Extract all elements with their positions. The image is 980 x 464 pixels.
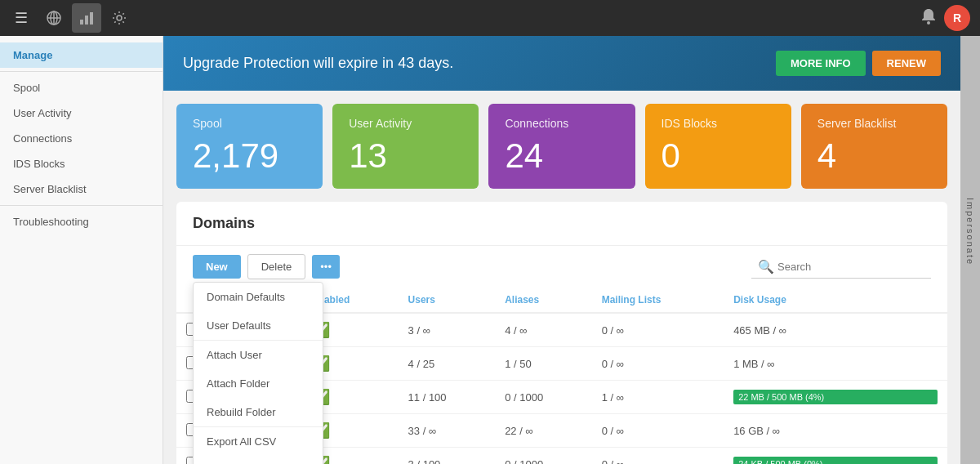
more-options-button[interactable]: ••• <box>312 255 340 279</box>
aliases-value: 1 / 50 <box>495 347 592 381</box>
connections-title: Connections <box>505 117 618 130</box>
search-icon: 🔍 <box>758 259 774 274</box>
aliases-value: 0 / 1000 <box>495 448 592 465</box>
dropdown-item-attach-user[interactable]: Attach User <box>194 341 323 369</box>
users-value: 3 / ∞ <box>399 313 496 347</box>
svg-rect-4 <box>80 20 83 25</box>
dropdown-item-attach-folder[interactable]: Attach Folder <box>194 369 323 398</box>
stat-card-spool[interactable]: Spool 2,179 <box>176 104 323 189</box>
dropdown-item-send-email[interactable]: Send Email <box>194 456 323 464</box>
users-value: 11 / 100 <box>399 381 496 414</box>
banner-text: Upgrade Protection will expire in 43 day… <box>183 55 453 72</box>
dropdown-item-rebuild-folder[interactable]: Rebuild Folder <box>194 398 323 426</box>
banner-buttons: MORE INFO RENEW <box>776 51 941 76</box>
spool-value: 2,179 <box>193 136 306 176</box>
stat-card-ids-blocks[interactable]: IDS Blocks 0 <box>645 104 791 189</box>
col-disk-usage: Disk Usage <box>724 288 947 313</box>
server-blacklist-title: Server Blacklist <box>817 117 931 130</box>
search-box[interactable]: 🔍 <box>751 256 931 279</box>
notification-button[interactable] <box>920 7 938 29</box>
stat-card-server-blacklist[interactable]: Server Blacklist 4 <box>801 104 947 189</box>
upgrade-banner: Upgrade Protection will expire in 43 day… <box>163 36 960 91</box>
sidebar-item-connections[interactable]: Connections <box>0 126 163 151</box>
mailing-lists-value: 0 / ∞ <box>592 347 724 381</box>
stat-cards: Spool 2,179 User Activity 13 Connections… <box>163 91 960 202</box>
sidebar-item-server-blacklist[interactable]: Server Blacklist <box>0 176 163 202</box>
svg-rect-6 <box>90 12 93 25</box>
dropdown-item-export-all-csv[interactable]: Export All CSV <box>194 427 323 456</box>
user-activity-title: User Activity <box>349 117 462 130</box>
delete-button[interactable]: Delete <box>247 254 306 279</box>
connections-value: 24 <box>505 136 618 176</box>
renew-button[interactable]: RENEW <box>872 51 941 76</box>
disk-bar: 24 KB / 500 MB (0%) <box>733 457 938 464</box>
search-input[interactable] <box>777 261 924 273</box>
new-button[interactable]: New <box>193 255 241 279</box>
impersonate-sidebar[interactable]: Impersonate <box>960 0 980 464</box>
topbar-left: ☰ <box>0 3 140 33</box>
disk-usage-cell: 24 KB / 500 MB (0%) <box>724 448 947 465</box>
dropdown-menu: Domain Defaults User Defaults Attach Use… <box>193 282 323 464</box>
sidebar-section-manage: Manage Spool User Activity Connections I… <box>0 36 163 241</box>
disk-bar: 22 MB / 500 MB (4%) <box>733 390 938 404</box>
mailing-lists-value: 0 / ∞ <box>592 313 724 347</box>
disk-usage-value: 1 MB / ∞ <box>724 347 947 381</box>
users-value: 4 / 25 <box>399 347 496 381</box>
domains-toolbar: New Delete ••• Domain Defaults User Defa… <box>176 246 947 288</box>
spool-title: Spool <box>193 117 306 130</box>
domains-panel: Domains New Delete ••• Domain Defaults U… <box>176 202 947 464</box>
users-value: 3 / 100 <box>399 448 496 465</box>
avatar[interactable]: R <box>944 5 970 31</box>
more-info-button[interactable]: MORE INFO <box>776 51 866 76</box>
main-content: Upgrade Protection will expire in 43 day… <box>163 0 960 464</box>
sidebar-item-troubleshooting[interactable]: Troubleshooting <box>0 209 163 234</box>
col-aliases: Aliases <box>495 288 592 313</box>
topbar: ☰ <box>0 0 980 36</box>
gear-icon[interactable] <box>105 3 134 33</box>
sidebar-item-spool[interactable]: Spool <box>0 75 163 100</box>
aliases-value: 0 / 1000 <box>495 381 592 414</box>
sidebar: Manage Spool User Activity Connections I… <box>0 0 163 464</box>
ids-blocks-value: 0 <box>662 136 775 176</box>
dropdown-item-user-defaults[interactable]: User Defaults <box>194 311 323 340</box>
menu-icon[interactable]: ☰ <box>7 3 36 33</box>
disk-usage-value: 16 GB / ∞ <box>724 414 947 448</box>
server-blacklist-value: 4 <box>817 136 931 176</box>
svg-point-8 <box>927 21 930 25</box>
ids-blocks-title: IDS Blocks <box>662 117 775 130</box>
sidebar-item-manage[interactable]: Manage <box>0 42 163 68</box>
dropdown-item-domain-defaults[interactable]: Domain Defaults <box>194 283 323 311</box>
disk-usage-value: 465 MB / ∞ <box>724 313 947 347</box>
users-value: 33 / ∞ <box>399 414 496 448</box>
domains-header: Domains <box>176 202 947 246</box>
globe-icon[interactable] <box>39 3 69 33</box>
svg-point-7 <box>117 16 122 20</box>
aliases-value: 4 / ∞ <box>495 313 592 347</box>
stat-card-connections[interactable]: Connections 24 <box>488 104 635 189</box>
disk-usage-cell: 22 MB / 500 MB (4%) <box>724 381 947 414</box>
col-mailing-lists: Mailing Lists <box>592 288 724 313</box>
mailing-lists-value: 0 / ∞ <box>592 414 724 448</box>
col-users: Users <box>399 288 496 313</box>
sidebar-item-user-activity[interactable]: User Activity <box>0 100 163 126</box>
mailing-lists-value: 1 / ∞ <box>592 381 724 414</box>
topbar-right: R <box>910 5 980 31</box>
chart-icon[interactable] <box>72 3 101 33</box>
user-activity-value: 13 <box>349 136 462 176</box>
mailing-lists-value: 0 / ∞ <box>592 448 724 465</box>
svg-rect-5 <box>85 16 88 25</box>
aliases-value: 22 / ∞ <box>495 414 592 448</box>
stat-card-user-activity[interactable]: User Activity 13 <box>332 104 479 189</box>
sidebar-item-ids-blocks[interactable]: IDS Blocks <box>0 151 163 176</box>
